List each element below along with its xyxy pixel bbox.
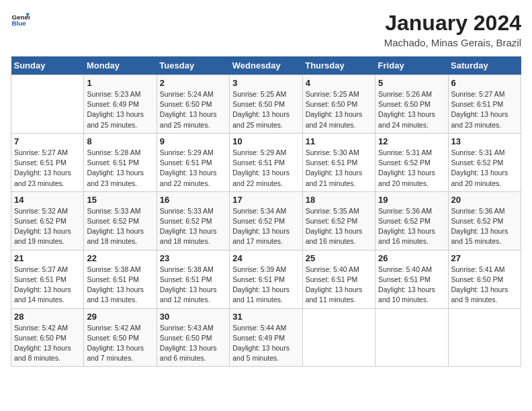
logo-icon: General Blue: [11, 11, 30, 30]
day-number: 5: [378, 78, 445, 88]
day-number: 15: [87, 195, 153, 205]
day-number: 12: [378, 136, 445, 146]
calendar-cell: 31Sunrise: 5:44 AMSunset: 6:49 PMDayligh…: [230, 308, 302, 367]
day-number: 11: [306, 136, 372, 146]
calendar-cell: 14Sunrise: 5:32 AMSunset: 6:52 PMDayligh…: [11, 191, 84, 250]
calendar-cell: 18Sunrise: 5:35 AMSunset: 6:52 PMDayligh…: [302, 191, 375, 250]
day-number: 18: [306, 195, 372, 205]
day-number: 16: [160, 195, 226, 205]
day-info: Sunrise: 5:38 AMSunset: 6:51 PMDaylight:…: [87, 265, 153, 306]
day-number: 28: [14, 312, 81, 322]
day-number: 7: [14, 136, 81, 146]
calendar-cell: 6Sunrise: 5:27 AMSunset: 6:51 PMDaylight…: [448, 75, 521, 134]
day-number: 25: [306, 253, 372, 263]
column-header-tuesday: Tuesday: [157, 56, 229, 75]
calendar-cell: 26Sunrise: 5:40 AMSunset: 6:51 PMDayligh…: [375, 250, 448, 308]
calendar-cell: 20Sunrise: 5:36 AMSunset: 6:52 PMDayligh…: [448, 191, 521, 250]
calendar-cell: [375, 308, 448, 367]
day-info: Sunrise: 5:41 AMSunset: 6:50 PMDaylight:…: [451, 265, 518, 306]
day-info: Sunrise: 5:23 AMSunset: 6:49 PMDaylight:…: [87, 89, 153, 130]
column-header-thursday: Thursday: [302, 56, 375, 75]
calendar-cell: 21Sunrise: 5:37 AMSunset: 6:51 PMDayligh…: [11, 250, 84, 308]
day-info: Sunrise: 5:38 AMSunset: 6:51 PMDaylight:…: [160, 265, 226, 306]
calendar-table: SundayMondayTuesdayWednesdayThursdayFrid…: [11, 56, 521, 367]
calendar-cell: 1Sunrise: 5:23 AMSunset: 6:49 PMDaylight…: [84, 75, 157, 134]
day-info: Sunrise: 5:36 AMSunset: 6:52 PMDaylight:…: [378, 206, 445, 247]
day-info: Sunrise: 5:33 AMSunset: 6:52 PMDaylight:…: [87, 206, 153, 247]
day-info: Sunrise: 5:31 AMSunset: 6:52 PMDaylight:…: [451, 148, 518, 189]
day-info: Sunrise: 5:31 AMSunset: 6:52 PMDaylight:…: [378, 148, 445, 189]
day-info: Sunrise: 5:33 AMSunset: 6:52 PMDaylight:…: [160, 206, 226, 247]
calendar-cell: 11Sunrise: 5:30 AMSunset: 6:51 PMDayligh…: [302, 133, 375, 191]
day-info: Sunrise: 5:27 AMSunset: 6:51 PMDaylight:…: [14, 148, 81, 189]
calendar-cell: 7Sunrise: 5:27 AMSunset: 6:51 PMDaylight…: [11, 133, 84, 191]
calendar-cell: 29Sunrise: 5:42 AMSunset: 6:50 PMDayligh…: [84, 308, 157, 367]
column-header-saturday: Saturday: [448, 56, 521, 75]
calendar-cell: 10Sunrise: 5:29 AMSunset: 6:51 PMDayligh…: [230, 133, 302, 191]
calendar-cell: 15Sunrise: 5:33 AMSunset: 6:52 PMDayligh…: [84, 191, 157, 250]
day-info: Sunrise: 5:42 AMSunset: 6:50 PMDaylight:…: [14, 323, 81, 364]
calendar-cell: [302, 308, 375, 367]
day-info: Sunrise: 5:39 AMSunset: 6:51 PMDaylight:…: [232, 265, 299, 306]
day-number: 8: [87, 136, 153, 146]
day-info: Sunrise: 5:29 AMSunset: 6:51 PMDaylight:…: [232, 148, 299, 189]
calendar-cell: 5Sunrise: 5:26 AMSunset: 6:50 PMDaylight…: [375, 75, 448, 134]
day-number: 17: [232, 195, 299, 205]
day-number: 2: [160, 78, 226, 88]
calendar-cell: 22Sunrise: 5:38 AMSunset: 6:51 PMDayligh…: [84, 250, 157, 308]
day-number: 20: [451, 195, 518, 205]
calendar-cell: 8Sunrise: 5:28 AMSunset: 6:51 PMDaylight…: [84, 133, 157, 191]
day-number: 13: [451, 136, 518, 146]
calendar-cell: 16Sunrise: 5:33 AMSunset: 6:52 PMDayligh…: [157, 191, 229, 250]
day-info: Sunrise: 5:35 AMSunset: 6:52 PMDaylight:…: [306, 206, 372, 247]
day-info: Sunrise: 5:24 AMSunset: 6:50 PMDaylight:…: [160, 89, 226, 130]
day-number: 22: [87, 253, 153, 263]
calendar-cell: 25Sunrise: 5:40 AMSunset: 6:51 PMDayligh…: [302, 250, 375, 308]
subtitle: Machado, Minas Gerais, Brazil: [384, 37, 521, 48]
calendar-cell: 28Sunrise: 5:42 AMSunset: 6:50 PMDayligh…: [11, 308, 84, 367]
calendar-cell: 24Sunrise: 5:39 AMSunset: 6:51 PMDayligh…: [230, 250, 302, 308]
day-info: Sunrise: 5:27 AMSunset: 6:51 PMDaylight:…: [451, 89, 518, 130]
calendar-body: 1Sunrise: 5:23 AMSunset: 6:49 PMDaylight…: [11, 75, 521, 367]
day-number: 6: [451, 78, 518, 88]
calendar-cell: 27Sunrise: 5:41 AMSunset: 6:50 PMDayligh…: [448, 250, 521, 308]
day-info: Sunrise: 5:40 AMSunset: 6:51 PMDaylight:…: [378, 265, 445, 306]
day-info: Sunrise: 5:30 AMSunset: 6:51 PMDaylight:…: [306, 148, 372, 189]
calendar-cell: 13Sunrise: 5:31 AMSunset: 6:52 PMDayligh…: [448, 133, 521, 191]
day-info: Sunrise: 5:37 AMSunset: 6:51 PMDaylight:…: [14, 265, 81, 306]
day-number: 31: [232, 312, 299, 322]
day-info: Sunrise: 5:36 AMSunset: 6:52 PMDaylight:…: [451, 206, 518, 247]
calendar-cell: 23Sunrise: 5:38 AMSunset: 6:51 PMDayligh…: [157, 250, 229, 308]
day-info: Sunrise: 5:26 AMSunset: 6:50 PMDaylight:…: [378, 89, 445, 130]
day-number: 23: [160, 253, 226, 263]
calendar-cell: [11, 75, 84, 134]
calendar-cell: 4Sunrise: 5:25 AMSunset: 6:50 PMDaylight…: [302, 75, 375, 134]
day-info: Sunrise: 5:43 AMSunset: 6:50 PMDaylight:…: [160, 323, 226, 364]
calendar-cell: 30Sunrise: 5:43 AMSunset: 6:50 PMDayligh…: [157, 308, 229, 367]
day-info: Sunrise: 5:25 AMSunset: 6:50 PMDaylight:…: [232, 89, 299, 130]
calendar-cell: [448, 308, 521, 367]
calendar-cell: 3Sunrise: 5:25 AMSunset: 6:50 PMDaylight…: [230, 75, 302, 134]
day-info: Sunrise: 5:40 AMSunset: 6:51 PMDaylight:…: [306, 265, 372, 306]
calendar-header-row: SundayMondayTuesdayWednesdayThursdayFrid…: [11, 56, 521, 75]
day-number: 10: [232, 136, 299, 146]
logo: General Blue: [11, 11, 30, 30]
week-row-5: 28Sunrise: 5:42 AMSunset: 6:50 PMDayligh…: [11, 308, 521, 367]
day-number: 9: [160, 136, 226, 146]
svg-text:Blue: Blue: [11, 19, 26, 27]
column-header-friday: Friday: [375, 56, 448, 75]
week-row-4: 21Sunrise: 5:37 AMSunset: 6:51 PMDayligh…: [11, 250, 521, 308]
day-info: Sunrise: 5:28 AMSunset: 6:51 PMDaylight:…: [87, 148, 153, 189]
day-number: 1: [87, 78, 153, 88]
day-number: 19: [378, 195, 445, 205]
day-info: Sunrise: 5:34 AMSunset: 6:52 PMDaylight:…: [232, 206, 299, 247]
week-row-2: 7Sunrise: 5:27 AMSunset: 6:51 PMDaylight…: [11, 133, 521, 191]
day-number: 26: [378, 253, 445, 263]
week-row-3: 14Sunrise: 5:32 AMSunset: 6:52 PMDayligh…: [11, 191, 521, 250]
week-row-1: 1Sunrise: 5:23 AMSunset: 6:49 PMDaylight…: [11, 75, 521, 134]
calendar-cell: 9Sunrise: 5:29 AMSunset: 6:51 PMDaylight…: [157, 133, 229, 191]
calendar-cell: 12Sunrise: 5:31 AMSunset: 6:52 PMDayligh…: [375, 133, 448, 191]
column-header-monday: Monday: [84, 56, 157, 75]
day-info: Sunrise: 5:32 AMSunset: 6:52 PMDaylight:…: [14, 206, 81, 247]
calendar-cell: 19Sunrise: 5:36 AMSunset: 6:52 PMDayligh…: [375, 191, 448, 250]
